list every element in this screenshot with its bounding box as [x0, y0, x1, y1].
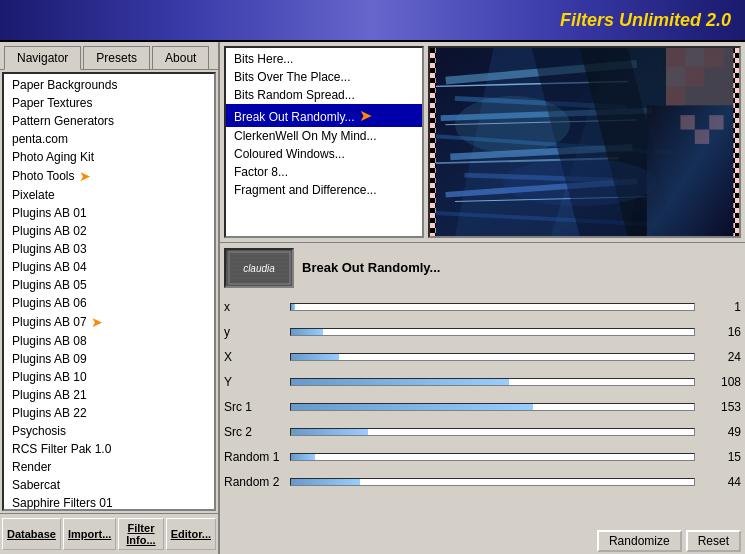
tab-bar: Navigator Presets About: [0, 42, 218, 70]
filter-list: Bits Here...Bits Over The Place...Bits R…: [224, 46, 424, 238]
tab-presets[interactable]: Presets: [83, 46, 150, 69]
bottom-buttons: Database Import... Filter Info... Editor…: [0, 513, 218, 554]
nav-item-ab04[interactable]: Plugins AB 04: [4, 258, 214, 276]
right-panel: Bits Here...Bits Over The Place...Bits R…: [220, 42, 745, 554]
param-value-5: 49: [701, 425, 741, 439]
nav-item-pattern-gen[interactable]: Pattern Generators: [4, 112, 214, 130]
param-slider-7[interactable]: [290, 478, 695, 486]
svg-rect-27: [680, 115, 694, 129]
nav-item-render[interactable]: Render: [4, 458, 214, 476]
svg-rect-28: [695, 130, 709, 144]
nav-item-ab09[interactable]: Plugins AB 09: [4, 350, 214, 368]
nav-item-ab02[interactable]: Plugins AB 02: [4, 222, 214, 240]
param-label-2: X: [224, 350, 284, 364]
tab-navigator[interactable]: Navigator: [4, 46, 81, 70]
nav-list-container: Paper BackgroundsPaper TexturesPattern G…: [0, 70, 218, 513]
param-value-3: 108: [701, 375, 741, 389]
editor-button[interactable]: Editor...: [166, 518, 216, 550]
param-row-4: Src 1153: [224, 396, 741, 418]
nav-item-ab01[interactable]: Plugins AB 01: [4, 204, 214, 222]
param-slider-fill-7: [291, 479, 360, 485]
nav-item-rcs[interactable]: RCS Filter Pak 1.0: [4, 440, 214, 458]
param-row-0: x1: [224, 296, 741, 318]
plugin-name: Break Out Randomly...: [302, 260, 741, 275]
param-label-0: x: [224, 300, 284, 314]
param-value-7: 44: [701, 475, 741, 489]
param-value-2: 24: [701, 350, 741, 364]
filter-item-break-out[interactable]: Break Out Randomly... ➤: [226, 104, 422, 127]
param-slider-0[interactable]: [290, 303, 695, 311]
arrow-indicator: ➤: [91, 314, 103, 330]
filter-item-coloured-windows[interactable]: Coloured Windows...: [226, 145, 422, 163]
filter-item-clerkenwell[interactable]: ClerkenWell On My Mind...: [226, 127, 422, 145]
left-panel: Navigator Presets About Paper Background…: [0, 42, 220, 554]
filter-item-bits-here[interactable]: Bits Here...: [226, 50, 422, 68]
nav-item-sapphire01[interactable]: Sapphire Filters 01: [4, 494, 214, 511]
param-slider-fill-6: [291, 454, 315, 460]
param-label-6: Random 1: [224, 450, 284, 464]
filter-item-factor8[interactable]: Factor 8...: [226, 163, 422, 181]
param-label-7: Random 2: [224, 475, 284, 489]
param-slider-fill-4: [291, 404, 533, 410]
tab-about[interactable]: About: [152, 46, 209, 69]
app-title: Filters Unlimited 2.0: [560, 10, 731, 31]
param-slider-4[interactable]: [290, 403, 695, 411]
param-value-4: 153: [701, 400, 741, 414]
param-slider-fill-5: [291, 429, 368, 435]
param-slider-fill-3: [291, 379, 509, 385]
nav-item-paper-tex[interactable]: Paper Textures: [4, 94, 214, 112]
param-label-3: Y: [224, 375, 284, 389]
param-row-5: Src 249: [224, 421, 741, 443]
nav-item-photo-aging[interactable]: Photo Aging Kit: [4, 148, 214, 166]
param-slider-5[interactable]: [290, 428, 695, 436]
filter-item-bits-random[interactable]: Bits Random Spread...: [226, 86, 422, 104]
params-area: x1y16X24Y108Src 1153Src 249Random 115Ran…: [220, 292, 745, 528]
nav-item-ab22[interactable]: Plugins AB 22: [4, 404, 214, 422]
param-row-2: X24: [224, 346, 741, 368]
nav-item-ab05[interactable]: Plugins AB 05: [4, 276, 214, 294]
database-button[interactable]: Database: [2, 518, 61, 550]
param-label-4: Src 1: [224, 400, 284, 414]
param-slider-fill-1: [291, 329, 323, 335]
param-slider-2[interactable]: [290, 353, 695, 361]
param-slider-1[interactable]: [290, 328, 695, 336]
nav-item-ab21[interactable]: Plugins AB 21: [4, 386, 214, 404]
nav-item-photo-tools[interactable]: Photo Tools ➤: [4, 166, 214, 186]
nav-item-penta[interactable]: penta.com: [4, 130, 214, 148]
nav-item-psychosis[interactable]: Psychosis: [4, 422, 214, 440]
param-slider-3[interactable]: [290, 378, 695, 386]
param-value-1: 16: [701, 325, 741, 339]
title-bar: Filters Unlimited 2.0: [0, 0, 745, 42]
filter-item-bits-over[interactable]: Bits Over The Place...: [226, 68, 422, 86]
param-row-1: y16: [224, 321, 741, 343]
filter-item-fragment[interactable]: Fragment and Difference...: [226, 181, 422, 199]
rand-reset-row: Randomize Reset: [220, 528, 745, 554]
preview-image: [430, 48, 739, 236]
nav-item-ab06[interactable]: Plugins AB 06: [4, 294, 214, 312]
param-slider-6[interactable]: [290, 453, 695, 461]
param-slider-fill-0: [291, 304, 295, 310]
plugin-logo: claudia: [224, 248, 294, 288]
param-row-6: Random 115: [224, 446, 741, 468]
param-row-3: Y108: [224, 371, 741, 393]
param-label-1: y: [224, 325, 284, 339]
nav-item-ab07[interactable]: Plugins AB 07 ➤: [4, 312, 214, 332]
randomize-button[interactable]: Randomize: [597, 530, 682, 552]
nav-item-paper-bg[interactable]: Paper Backgrounds: [4, 76, 214, 94]
nav-item-ab03[interactable]: Plugins AB 03: [4, 240, 214, 258]
filter-info-button[interactable]: Filter Info...: [118, 518, 163, 550]
nav-item-ab08[interactable]: Plugins AB 08: [4, 332, 214, 350]
navigator-list: Paper BackgroundsPaper TexturesPattern G…: [2, 72, 216, 511]
nav-item-ab10[interactable]: Plugins AB 10: [4, 368, 214, 386]
arrow-indicator: ➤: [79, 168, 91, 184]
nav-item-pixelate[interactable]: Pixelate: [4, 186, 214, 204]
param-label-5: Src 2: [224, 425, 284, 439]
param-value-0: 1: [701, 300, 741, 314]
param-slider-fill-2: [291, 354, 339, 360]
svg-point-24: [455, 96, 570, 154]
reset-button[interactable]: Reset: [686, 530, 741, 552]
import-button[interactable]: Import...: [63, 518, 116, 550]
nav-item-sabercat[interactable]: Sabercat: [4, 476, 214, 494]
svg-point-25: [503, 158, 656, 206]
svg-text:claudia: claudia: [243, 263, 275, 274]
